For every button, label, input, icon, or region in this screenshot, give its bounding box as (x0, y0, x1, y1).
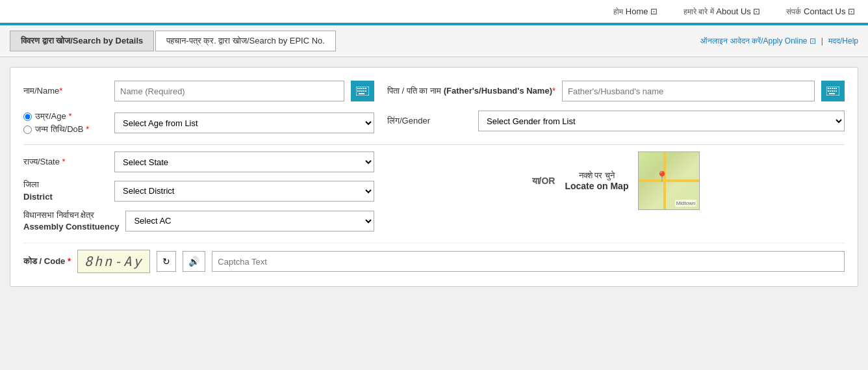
svg-rect-18 (828, 90, 829, 92)
district-label-en: District (23, 192, 53, 202)
father-keyboard-button[interactable] (821, 81, 845, 101)
main: नाम/Name* (0, 57, 868, 297)
svg-rect-9 (363, 90, 364, 92)
captcha-text-input[interactable] (212, 251, 845, 272)
name-row: नाम/Name* (23, 81, 845, 101)
captcha-row: कोड / Code * 8hn-Ay ↻ 🔊 (23, 243, 845, 273)
svg-rect-19 (830, 90, 831, 92)
svg-rect-3 (361, 88, 363, 89)
tab-search-details[interactable]: विवरण द्वारा खोज/Search by Details (10, 31, 154, 51)
svg-rect-15 (832, 88, 833, 89)
dob-radio-label[interactable]: जन्म तिथि/DoB * (35, 124, 89, 135)
separator: | (821, 36, 823, 46)
nav-home-hi: होम (613, 7, 623, 16)
father-required: * (552, 86, 555, 96)
form-card: नाम/Name* (10, 67, 858, 287)
map-label-text: Midtown (675, 200, 697, 207)
divider (23, 144, 845, 145)
state-select[interactable]: Select State (114, 152, 374, 172)
nav-items: होम Home ⊡ हमारे बारे में About Us ⊡ संप… (613, 7, 855, 16)
age-col: उम्र/Age * जन्म तिथि/DoB * Select Age fr… (23, 111, 374, 135)
district-label-hi: जिला (23, 179, 39, 189)
gender-select[interactable]: Select Gender from List Male Female Othe… (478, 111, 845, 131)
captcha-label: कोड / Code * (23, 256, 71, 267)
age-select[interactable]: Select Age from List (114, 112, 374, 133)
nav-home-en: Home ⊡ (626, 7, 657, 16)
keyboard-icon (356, 86, 369, 96)
state-fields: राज्य/State * Select State जिला District (23, 152, 374, 233)
svg-rect-23 (829, 93, 835, 94)
map-road-horizontal (639, 179, 699, 182)
age-dob-radio-group: उम्र/Age * जन्म तिथि/DoB * (23, 111, 108, 135)
keyboard-icon-2 (826, 86, 839, 96)
assembly-label-hi: विधानसभा निर्वाचन क्षेत्र (23, 210, 94, 220)
locate-hi: नक्शे पर चुने (565, 170, 628, 181)
svg-rect-1 (357, 88, 359, 89)
name-required: * (59, 86, 62, 96)
map-inner: 📍 Midtown (639, 152, 699, 209)
svg-rect-22 (836, 90, 837, 92)
name-input[interactable] (114, 81, 344, 101)
svg-rect-8 (361, 90, 363, 92)
gender-col: लिंग/Gender Select Gender from List Male… (387, 111, 845, 131)
map-section: या/OR नक्शे पर चुने Locate on Map 📍 Midt… (532, 152, 700, 210)
nav-contact-en: Contact Us ⊡ (804, 7, 855, 16)
apply-online-link[interactable]: ऑनलाइन आवेदन करें/Apply Online ⊡ (700, 36, 815, 46)
captcha-image: 8hn-Ay (77, 250, 150, 273)
svg-rect-14 (830, 88, 831, 89)
age-radio-label[interactable]: उम्र/Age * (35, 111, 71, 122)
locate-en: Locate on Map (565, 181, 628, 191)
captcha-refresh-button[interactable]: ↻ (157, 251, 176, 272)
state-field-row: राज्य/State * Select State (23, 152, 374, 172)
dob-radio[interactable] (23, 126, 32, 134)
svg-rect-20 (832, 90, 833, 92)
svg-rect-21 (834, 90, 835, 92)
name-label: नाम/Name* (23, 85, 108, 97)
age-dob-label: उम्र/Age * जन्म तिथि/DoB * (23, 111, 108, 135)
nav-home[interactable]: होम Home ⊡ (613, 7, 657, 16)
svg-rect-5 (365, 88, 366, 89)
assembly-label: विधानसभा निर्वाचन क्षेत्र Assembly Const… (23, 209, 119, 233)
tab-search-epic[interactable]: पहचान-पत्र क्र. द्वारा खोज/Search by EPI… (155, 31, 336, 51)
state-row: राज्य/State * Select State जिला District (23, 152, 845, 233)
svg-rect-13 (828, 88, 829, 89)
header: होम Home ⊡ हमारे बारे में About Us ⊡ संप… (0, 0, 868, 25)
tab-bar: विवरण द्वारा खोज/Search by Details पहचान… (0, 25, 868, 57)
svg-rect-2 (359, 88, 361, 89)
or-text: या/OR (532, 176, 555, 187)
tabs: विवरण द्वारा खोज/Search by Details पहचान… (10, 31, 336, 51)
state-label: राज्य/State * (23, 156, 108, 168)
father-label: पिता / पति का नाम (Father's/Husband's Na… (387, 85, 555, 97)
father-name-input[interactable] (562, 81, 815, 101)
svg-rect-10 (365, 90, 366, 92)
captcha-audio-button[interactable]: 🔊 (183, 251, 205, 272)
nav-contact[interactable]: संपर्क Contact Us ⊡ (786, 7, 855, 16)
district-label: जिला District (23, 179, 108, 202)
map-thumbnail[interactable]: 📍 Midtown (638, 152, 700, 210)
district-select[interactable]: Select District (114, 181, 374, 202)
help-link[interactable]: मदद/Help (828, 36, 858, 46)
nav-about[interactable]: हमारे बारे में About Us ⊡ (683, 7, 760, 16)
tab-actions: ऑनलाइन आवेदन करें/Apply Online ⊡ | मदद/H… (700, 36, 858, 46)
state-fields-col: राज्य/State * Select State जिला District (23, 152, 374, 233)
father-col: पिता / पति का नाम (Father's/Husband's Na… (387, 81, 845, 101)
svg-rect-16 (834, 88, 835, 89)
gender-label: लिंग/Gender (387, 115, 472, 127)
svg-rect-11 (359, 93, 364, 94)
age-radio-row: उम्र/Age * (23, 111, 108, 122)
age-radio[interactable] (23, 112, 32, 121)
nav-contact-hi: संपर्क (786, 7, 801, 16)
name-keyboard-button[interactable] (351, 81, 374, 101)
assembly-select[interactable]: Select AC (125, 211, 374, 231)
svg-rect-6 (357, 90, 359, 92)
assembly-field-row: विधानसभा निर्वाचन क्षेत्र Assembly Const… (23, 209, 374, 233)
dob-radio-row: जन्म तिथि/DoB * (23, 124, 108, 135)
nav-about-en: About Us ⊡ (716, 7, 760, 16)
svg-rect-4 (363, 88, 364, 89)
name-col: नाम/Name* (23, 81, 374, 101)
map-label: नक्शे पर चुने Locate on Map (565, 170, 628, 191)
svg-rect-7 (359, 90, 361, 92)
age-gender-row: उम्र/Age * जन्म तिथि/DoB * Select Age fr… (23, 111, 845, 135)
map-col: या/OR नक्शे पर चुने Locate on Map 📍 Midt… (387, 152, 845, 210)
assembly-label-en: Assembly Constituency (23, 222, 119, 231)
